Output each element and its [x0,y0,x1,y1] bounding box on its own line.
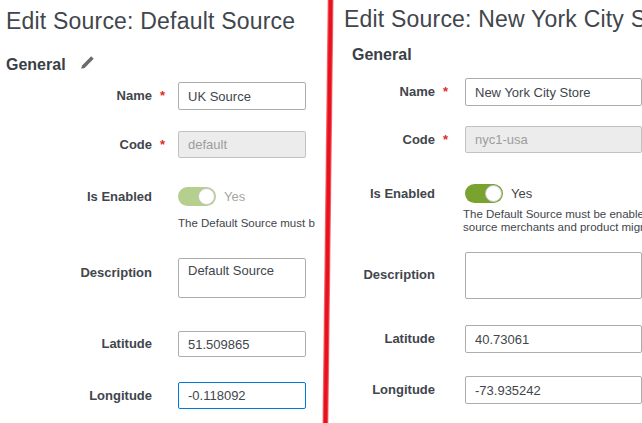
toggle-knob [485,185,502,202]
name-required-marker: * [443,78,448,106]
name-label: Name [333,78,435,106]
comparison-divider-line [322,0,333,423]
is-enabled-toggle[interactable] [178,187,216,206]
longitude-input[interactable] [178,382,306,409]
is-enabled-label: Is Enabled [0,187,152,206]
section-heading-general: General [352,46,412,64]
is-enabled-toggle[interactable] [465,184,503,203]
code-label: Code [0,131,152,158]
code-required-marker: * [443,126,448,153]
section-heading-label: General [352,46,412,64]
toggle-knob [198,188,215,205]
name-input[interactable] [178,82,306,110]
default-source-note-line1: The Default Source must be enabled. [463,208,642,221]
code-input [465,126,642,153]
longitude-input[interactable] [465,376,642,404]
section-heading-general: General [6,55,95,75]
edit-pencil-icon[interactable] [79,55,95,75]
edit-source-panel-nyc: Edit Source: New York City Sto General N… [333,0,642,423]
longitude-label: Longitude [333,376,435,404]
code-required-marker: * [160,131,165,158]
latitude-input[interactable] [178,331,306,357]
comparison-stage: Edit Source: Default Source General Name… [0,0,642,423]
page-title: Edit Source: New York City Sto [344,6,642,33]
toggle-state-label: Yes [224,187,245,206]
description-textarea[interactable]: Default Source [178,258,306,298]
description-label: Description [0,258,152,288]
default-source-note: The Default Source must b [178,217,317,230]
name-required-marker: * [160,82,165,110]
is-enabled-label: Is Enabled [333,184,435,203]
section-heading-label: General [6,56,66,74]
toggle-state-label: Yes [511,184,532,203]
longitude-label: Longitude [0,382,152,409]
description-textarea[interactable] [465,252,642,299]
code-input [178,131,306,158]
edit-source-panel-default: Edit Source: Default Source General Name… [0,0,317,423]
name-label: Name [0,82,152,110]
latitude-label: Latitude [0,331,152,357]
description-label: Description [333,252,435,298]
latitude-label: Latitude [333,325,435,353]
page-title: Edit Source: Default Source [6,8,295,35]
name-input[interactable] [465,78,642,106]
latitude-input[interactable] [465,325,642,353]
default-source-note-line2: source merchants and product migra [463,221,642,234]
code-label: Code [333,126,435,153]
